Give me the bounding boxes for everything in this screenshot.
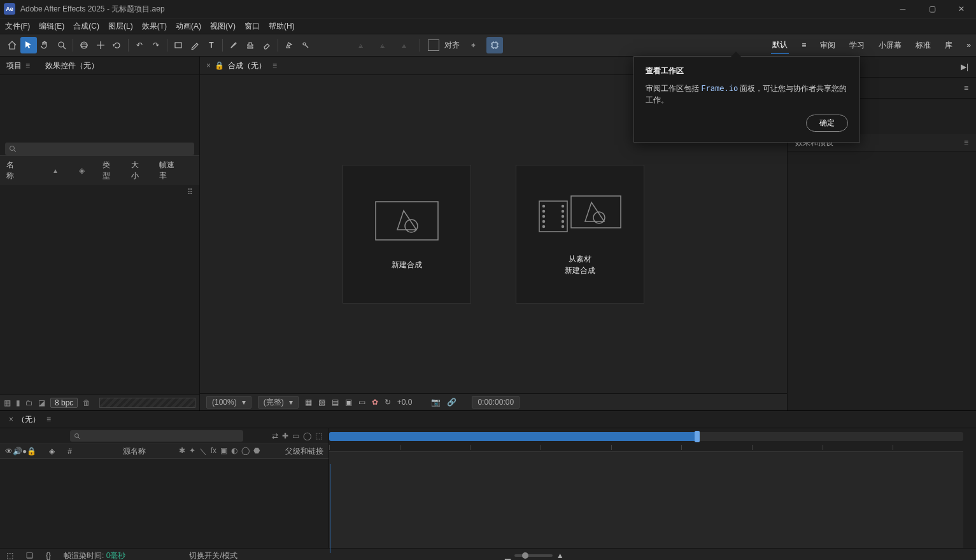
zoom-out-icon[interactable]: ▁ [505, 551, 511, 560]
orbit-tool[interactable] [76, 37, 92, 53]
snapping-toggle[interactable] [486, 37, 503, 53]
home-button[interactable] [4, 37, 20, 53]
new-comp-from-footage-button[interactable]: 从素材新建合成 [516, 165, 644, 304]
timeline-close-icon[interactable]: × [9, 415, 13, 424]
selection-tool[interactable] [20, 37, 37, 53]
lock-icon[interactable]: 🔒 [215, 61, 224, 70]
snapshot-icon[interactable]: 📷 [431, 398, 441, 407]
work-area-bar[interactable] [329, 432, 963, 441]
col-parent[interactable]: 父级和链接 [285, 446, 323, 457]
timeline-zoom-slider[interactable] [514, 554, 553, 557]
window-close-button[interactable]: ✕ [947, 0, 976, 18]
snap-rect-icon[interactable] [428, 39, 439, 51]
trash-icon[interactable]: 🗑 [83, 398, 90, 407]
workspace-menu-icon[interactable]: ≡ [800, 38, 807, 52]
col-type[interactable]: 类型 [103, 160, 113, 181]
3d-axis-icon[interactable]: ⟁ [352, 37, 369, 53]
zoom-tool[interactable] [53, 37, 70, 53]
undo-icon[interactable]: ↶ [131, 37, 148, 53]
toggle-transparency-icon[interactable]: ▦ [305, 398, 312, 407]
menu-窗口[interactable]: 窗口 [244, 21, 260, 32]
av-toggle-icons[interactable]: 👁🔊●🔒 [5, 447, 36, 456]
toggle-mask-icon[interactable]: ▧ [318, 398, 325, 407]
rotate-tool[interactable] [109, 37, 125, 53]
tl-icon-5[interactable]: ⬚ [315, 431, 322, 440]
project-search-input[interactable] [5, 143, 194, 155]
menu-效果(T)[interactable]: 效果(T) [142, 21, 167, 32]
bit-depth[interactable]: 8 bpc [50, 398, 78, 408]
close-tab-icon[interactable]: × [206, 61, 211, 70]
tab-project[interactable]: 项目 ≡ [6, 60, 30, 71]
exposure-value[interactable]: +0.0 [397, 398, 413, 407]
workspace-学习[interactable]: 学习 [848, 38, 866, 53]
toggle-guides-icon[interactable]: ▤ [332, 398, 339, 407]
menu-视图(V)[interactable]: 视图(V) [210, 21, 236, 32]
workspace-默认[interactable]: 默认 [771, 37, 789, 54]
tab-effect-controls[interactable]: 效果控件（无） [45, 60, 99, 71]
color-mgmt-icon[interactable]: ✿ [372, 398, 378, 407]
col-name[interactable]: 名称 [6, 160, 17, 181]
menu-编辑(E)[interactable]: 编辑(E) [39, 21, 64, 32]
workspace-小屏幕[interactable]: 小屏幕 [877, 38, 903, 53]
panel-menu-icon[interactable]: ≡ [272, 61, 277, 70]
brush-tool[interactable] [225, 37, 242, 53]
toggle-brackets-icon[interactable]: {} [46, 551, 51, 560]
window-maximize-button[interactable]: ▢ [917, 0, 947, 18]
pen-tool[interactable] [187, 37, 203, 53]
sort-icon[interactable]: ▴ [53, 166, 57, 175]
magnet-icon[interactable]: ⌖ [465, 37, 481, 53]
3d-axis2-icon[interactable]: ⟁ [374, 37, 390, 53]
tl-icon-3[interactable]: ▭ [292, 431, 299, 440]
popover-ok-button[interactable]: 确定 [806, 115, 848, 132]
col-size[interactable]: 大小 [131, 160, 141, 181]
new-composition-button[interactable]: 新建合成 [343, 165, 471, 304]
workspace-overflow-icon[interactable]: » [965, 38, 972, 52]
timeline-tab[interactable]: （无） [17, 414, 40, 425]
tag-col-icon[interactable]: ◈ [49, 447, 55, 456]
new-folder-icon[interactable]: 🗀 [25, 398, 33, 407]
tl-icon-2[interactable]: ✚ [282, 431, 288, 440]
tl-icon-4[interactable]: ◯ [303, 431, 311, 440]
reset-exposure-icon[interactable]: ↻ [385, 398, 391, 407]
puppet-pin-tool[interactable] [297, 37, 314, 53]
new-comp-icon[interactable]: ◪ [38, 398, 45, 407]
workspace-库[interactable]: 库 [944, 38, 954, 53]
toggle-switches-icon[interactable]: ⬚ [6, 551, 13, 560]
timeline-layer-area[interactable] [329, 451, 963, 548]
menu-文件(F)[interactable]: 文件(F) [5, 21, 30, 32]
menu-帮助(H)[interactable]: 帮助(H) [269, 21, 295, 32]
3d-axis3-icon[interactable]: ⟁ [395, 37, 412, 53]
time-ruler[interactable] [329, 441, 963, 451]
col-source-name[interactable]: 源名称 [123, 446, 146, 457]
menu-图层(L)[interactable]: 图层(L) [108, 21, 133, 32]
hand-tool[interactable] [37, 37, 53, 53]
flowchart-icon[interactable]: ⠿ [0, 185, 199, 199]
redo-icon[interactable]: ↷ [148, 37, 164, 53]
tl-icon-1[interactable]: ⇄ [272, 431, 278, 440]
work-area-handle[interactable] [695, 431, 700, 442]
zoom-in-icon[interactable]: ▲ [556, 551, 564, 560]
toggle-switches-modes[interactable]: 切换开关/模式 [189, 550, 237, 561]
current-time-indicator[interactable] [330, 464, 330, 553]
toggle-modes-icon[interactable]: ❏ [26, 551, 33, 560]
type-tool[interactable]: T [203, 37, 220, 53]
switch-icon2[interactable]: ✦ [189, 446, 195, 457]
toggle-channel-icon[interactable]: ▭ [358, 398, 365, 407]
menu-合成(C)[interactable]: 合成(C) [73, 21, 99, 32]
current-time[interactable]: 0:00:00:00 [472, 396, 520, 409]
project-columns-header[interactable]: 名称 ▴ ◈ 类型 大小 帧速率 [0, 155, 199, 185]
toggle-grid-icon[interactable]: ▣ [345, 398, 352, 407]
new-bin-icon[interactable]: ▮ [16, 398, 20, 407]
rectangle-tool[interactable] [170, 37, 187, 53]
zoom-select[interactable]: (100%)▾ [206, 396, 251, 409]
menu-动画(A)[interactable]: 动画(A) [176, 21, 201, 32]
timeline-menu-icon[interactable]: ≡ [46, 415, 51, 424]
workspace-标准[interactable]: 标准 [914, 38, 932, 53]
roto-brush-tool[interactable] [281, 37, 297, 53]
pan-behind-tool[interactable] [92, 37, 109, 53]
timeline-search-input[interactable] [70, 430, 243, 442]
interpret-footage-icon[interactable]: ▦ [4, 398, 11, 407]
resolution-select[interactable]: (完整)▾ [258, 396, 299, 409]
workspace-审阅[interactable]: 审阅 [819, 38, 837, 53]
window-minimize-button[interactable]: ─ [888, 0, 917, 18]
